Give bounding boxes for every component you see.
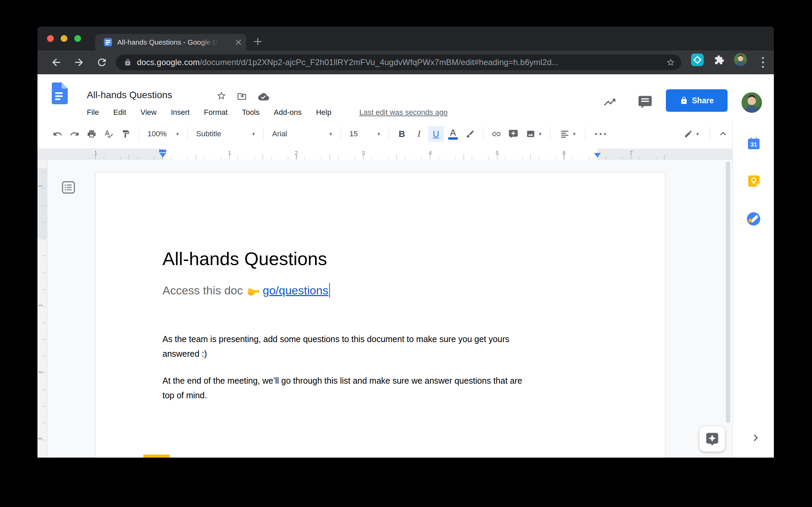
chevron-down-icon: ▾	[252, 131, 255, 137]
browser-profile-avatar[interactable]	[734, 53, 747, 66]
reload-icon[interactable]	[96, 57, 108, 68]
print-button[interactable]	[84, 126, 99, 142]
paragraph-1[interactable]: As the team is presenting, add some ques…	[162, 332, 510, 361]
tasks-icon[interactable]	[746, 212, 761, 227]
traffic-light-zoom[interactable]	[74, 35, 81, 42]
chevron-down-icon: ▾	[329, 131, 332, 137]
menu-help[interactable]: Help	[315, 107, 332, 118]
redo-button[interactable]	[67, 126, 82, 142]
menu-edit[interactable]: Edit	[112, 107, 127, 118]
more-toolbar-button[interactable]: •••	[591, 126, 611, 142]
chevron-down-icon: ▾	[539, 131, 542, 137]
zoom-select[interactable]: 100%▾	[144, 126, 182, 142]
menu-view[interactable]: View	[140, 107, 157, 118]
tab-close-icon[interactable]	[235, 39, 241, 45]
address-bar[interactable]: docs.google.com/document/d/1p2XNp2-ajcPc…	[116, 55, 681, 70]
italic-button[interactable]: I	[411, 126, 427, 142]
cloud-status-icon[interactable]	[258, 91, 269, 102]
menu-format[interactable]: Format	[203, 107, 229, 118]
chevron-down-icon: ▾	[176, 131, 179, 137]
document-page[interactable]: All-hands Questions Access this doc go/q…	[95, 172, 665, 458]
vertical-ruler[interactable]: 1 1 2 3	[37, 159, 47, 458]
underline-button[interactable]: U	[428, 126, 444, 142]
forward-icon[interactable]	[73, 57, 85, 68]
menu-insert[interactable]: Insert	[170, 107, 190, 118]
editing-mode-button[interactable]: ▾	[678, 126, 705, 142]
browser-menu-icon[interactable]	[761, 56, 765, 68]
bookmark-star-icon[interactable]	[666, 58, 675, 67]
traffic-light-minimize[interactable]	[61, 35, 67, 42]
print-icon	[87, 129, 96, 139]
paragraph-line: As the team is presenting, add some ques…	[162, 332, 510, 347]
document-title[interactable]: All-hands Questions	[87, 90, 172, 101]
side-panel-chevron[interactable]	[750, 433, 761, 444]
chevron-down-icon: ▾	[696, 131, 699, 137]
paragraph-style-select[interactable]: Subtitle▾	[193, 126, 258, 142]
pointing-right-emoji	[247, 286, 260, 297]
back-icon[interactable]	[50, 57, 62, 68]
font-select[interactable]: Arial▾	[269, 126, 335, 142]
align-left-icon	[560, 129, 569, 139]
share-button[interactable]: Share	[666, 89, 728, 112]
ruler-number: 3	[362, 150, 365, 156]
horizontal-ruler[interactable]: 1 1 2 3 4 5 6 7	[37, 149, 732, 159]
underline-icon: U	[433, 129, 439, 139]
menu-tools[interactable]: Tools	[241, 107, 260, 118]
move-folder-icon[interactable]	[237, 91, 247, 102]
doc-subtitle-line[interactable]: Access this doc go/questions	[162, 283, 330, 297]
undo-icon	[53, 129, 62, 139]
show-outline-button[interactable]	[61, 181, 76, 195]
docs-logo[interactable]	[52, 82, 68, 104]
left-indent-marker[interactable]	[159, 153, 166, 157]
paragraph-2[interactable]: At the end of the meeting, we’ll go thro…	[162, 373, 522, 403]
vertical-ruler-number: 1	[37, 304, 43, 307]
bold-icon: B	[399, 129, 405, 139]
url-text: docs.google.com/document/d/1p2XNp2-ajcPc…	[137, 58, 666, 67]
comments-icon[interactable]	[638, 95, 652, 109]
collapse-toolbar-button[interactable]	[715, 126, 731, 142]
spellcheck-button[interactable]	[101, 126, 116, 142]
lock-icon	[124, 59, 131, 66]
keep-icon[interactable]	[748, 175, 760, 188]
user-avatar[interactable]	[741, 92, 762, 113]
text-color-icon: A	[450, 128, 456, 137]
text-color-button[interactable]: A	[445, 126, 461, 142]
url-path: /document/d/1p2XNp2-ajcPc_F2h01llRY2mFVu…	[200, 58, 559, 67]
add-comment-button[interactable]	[505, 126, 521, 142]
explore-button[interactable]	[699, 426, 725, 452]
highlight-button[interactable]	[462, 126, 478, 142]
calendar-glyph: 31	[748, 137, 760, 150]
ruler-number: 2	[295, 150, 298, 156]
font-size-select[interactable]: 15▾	[346, 126, 384, 142]
toolbar-divider	[550, 127, 550, 141]
chevron-down-icon: ▾	[573, 131, 576, 137]
calendar-icon[interactable]: 31	[748, 137, 760, 151]
menu-addons[interactable]: Add-ons	[273, 107, 302, 118]
bold-button[interactable]: B	[394, 126, 410, 142]
paint-format-button[interactable]	[118, 126, 134, 142]
teal-extension-icon[interactable]	[691, 53, 704, 66]
traffic-light-close[interactable]	[47, 35, 54, 42]
undo-button[interactable]	[50, 126, 65, 142]
menu-file[interactable]: File	[86, 107, 99, 118]
document-canvas[interactable]: All-hands Questions Access this doc go/q…	[47, 159, 732, 458]
text-cursor	[329, 283, 330, 297]
star-icon[interactable]	[216, 91, 227, 101]
scrollbar[interactable]	[726, 162, 730, 423]
align-button[interactable]: ▾	[556, 126, 580, 142]
stats-icon[interactable]	[603, 95, 616, 109]
doc-link[interactable]: go/questions	[263, 284, 328, 297]
first-line-indent-marker[interactable]	[159, 150, 166, 152]
highlight-icon	[466, 129, 475, 139]
doc-heading[interactable]: All-hands Questions	[162, 248, 327, 269]
share-lock-icon	[680, 96, 688, 105]
right-indent-marker[interactable]	[594, 153, 601, 157]
new-tab-button[interactable]	[253, 37, 263, 46]
last-edit-link[interactable]: Last edit was seconds ago	[359, 108, 448, 117]
insert-image-button[interactable]: ▾	[522, 126, 545, 142]
add-comment-icon	[509, 129, 518, 139]
redo-icon	[70, 129, 79, 139]
extensions-puzzle-icon[interactable]	[714, 55, 724, 65]
browser-tab[interactable]: All-hands Questions - Google D	[95, 34, 246, 50]
insert-link-button[interactable]	[488, 126, 504, 142]
